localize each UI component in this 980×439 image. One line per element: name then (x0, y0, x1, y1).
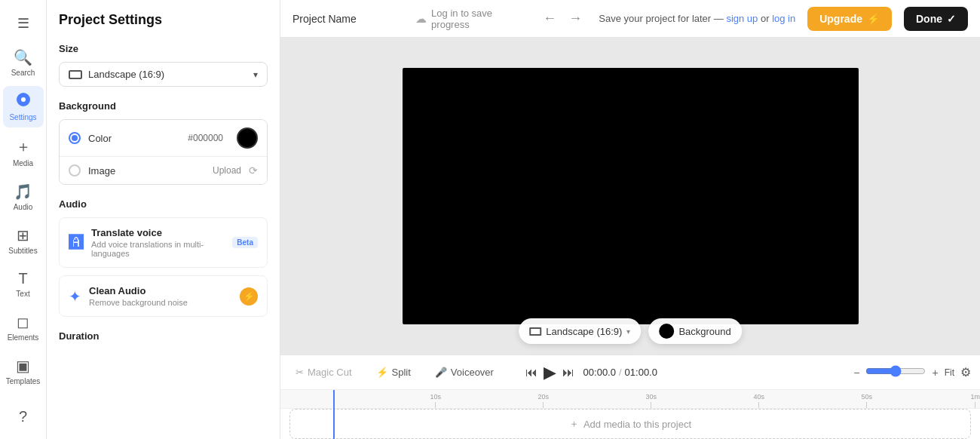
media-icon: ＋ (16, 137, 31, 157)
timeline-settings-button[interactable]: ⚙ (960, 365, 971, 379)
save-notice-text: Log in to save progress (431, 8, 514, 30)
play-button[interactable]: ▶ (544, 363, 556, 382)
size-dropdown-arrow: ▾ (253, 69, 258, 80)
sidebar-item-audio[interactable]: 🎵 Audio (3, 177, 44, 217)
elements-icon: ◻ (17, 313, 29, 331)
sidebar-item-templates[interactable]: ▣ Templates (3, 351, 44, 391)
done-button[interactable]: Done ✓ (904, 7, 968, 31)
undo-redo-group: ← → (538, 8, 586, 29)
size-value: Landscape (16:9) (88, 69, 164, 80)
add-media-area[interactable]: ＋ Add media to this project (289, 409, 971, 439)
background-pill[interactable]: Background (648, 318, 741, 344)
svg-point-1 (21, 97, 26, 102)
timeline-ruler: 10s20s30s40s50s1m (280, 390, 980, 409)
clean-audio-desc: Remove background noise (89, 298, 232, 307)
sidebar-item-search[interactable]: 🔍 Search (3, 42, 44, 83)
time-display: 00:00.0 / 01:00.0 (583, 367, 657, 378)
upload-button[interactable]: Upload (213, 165, 241, 176)
add-media-label: Add media to this project (583, 419, 691, 430)
save-hint: Save your project for later — sign up or… (599, 13, 795, 24)
sidebar-item-elements[interactable]: ◻ Elements (3, 307, 44, 348)
subtitles-icon: ⊞ (17, 226, 29, 244)
landscape-chevron-icon: ▾ (626, 327, 630, 336)
icon-sidebar: ☰ 🔍 Search Settings ＋ Media 🎵 Audio ⊞ Su… (0, 0, 47, 439)
help-icon: ? (19, 408, 27, 425)
audio-icon: 🎵 (14, 183, 32, 201)
zoom-slider[interactable] (865, 365, 926, 377)
magic-cut-button[interactable]: ✂ Magic Cut (289, 364, 358, 381)
clean-audio-title: Clean Audio (89, 285, 232, 296)
clean-audio-card[interactable]: ✦ Clean Audio Remove background noise ⚡ (59, 275, 268, 317)
upgrade-label: Upgrade (819, 13, 862, 25)
sidebar-label-audio: Audio (14, 203, 33, 211)
timeline-needle (333, 390, 335, 439)
landscape-pill-label: Landscape (16:9) (546, 326, 622, 337)
background-pill-circle (659, 324, 674, 339)
sidebar-item-help[interactable]: ? (3, 402, 44, 431)
translate-voice-icon: 🅰 (69, 234, 84, 251)
bg-image-option[interactable]: Image Upload ⟳ (60, 157, 267, 184)
project-name-input[interactable] (292, 13, 403, 25)
preview-area: Landscape (16:9) ▾ Background (280, 38, 980, 355)
time-separator: / (619, 367, 622, 378)
bg-color-radio[interactable] (69, 132, 81, 144)
save-hint-or: or (758, 13, 772, 24)
total-time: 01:00.0 (625, 367, 657, 378)
landscape-pill[interactable]: Landscape (16:9) ▾ (519, 318, 641, 344)
timeline-center-controls: ⏮ ▶ ⏭ 00:00.0 / 01:00.0 (512, 363, 671, 382)
landscape-icon (69, 70, 82, 79)
login-link[interactable]: log in (772, 13, 795, 24)
main-content: ☁ Log in to save progress ← → Save your … (280, 0, 980, 439)
fit-button[interactable]: Fit (945, 367, 954, 378)
bg-image-label: Image (88, 165, 205, 177)
color-swatch-button[interactable] (237, 127, 258, 149)
background-pill-label: Background (678, 326, 730, 337)
radio-inner (72, 135, 78, 141)
sidebar-item-settings[interactable]: Settings (3, 86, 44, 127)
plus-icon: ＋ (569, 417, 579, 431)
signup-link[interactable]: sign up (726, 13, 758, 24)
sidebar-label-search: Search (11, 69, 35, 77)
zoom-in-button[interactable]: + (932, 367, 938, 379)
sidebar-item-media[interactable]: ＋ Media (3, 130, 44, 173)
playback-buttons: ⏮ ▶ ⏭ (525, 363, 574, 382)
upgrade-button[interactable]: Upgrade ⚡ (807, 7, 892, 31)
search-icon: 🔍 (14, 48, 32, 66)
magic-cut-icon: ✂ (296, 367, 304, 378)
translate-voice-info: Translate voice Add voice translations i… (91, 227, 225, 258)
redo-button[interactable]: → (564, 8, 586, 29)
sidebar-label-templates: Templates (6, 377, 41, 385)
landscape-pill-icon (529, 327, 541, 336)
translate-voice-desc: Add voice translations in multi-language… (91, 240, 225, 258)
hamburger-menu[interactable]: ☰ (10, 8, 37, 39)
settings-panel: Project Settings Size Landscape (16:9) ▾… (47, 0, 280, 439)
bg-image-radio[interactable] (69, 164, 81, 177)
split-button[interactable]: ⚡ Split (370, 364, 417, 381)
zoom-out-button[interactable]: − (853, 367, 859, 379)
zoom-slider-wrap (865, 365, 926, 380)
clean-audio-icon: ✦ (69, 287, 81, 305)
size-dropdown[interactable]: Landscape (16:9) ▾ (59, 62, 268, 87)
top-bar: ☁ Log in to save progress ← → Save your … (280, 0, 980, 38)
panel-title: Project Settings (59, 12, 268, 28)
background-section-label: Background (59, 100, 268, 112)
sidebar-item-subtitles[interactable]: ⊞ Subtitles (3, 220, 44, 261)
sidebar-label-elements: Elements (8, 333, 39, 342)
timeline-right-controls: − + Fit ⚙ (853, 365, 971, 380)
bg-color-option[interactable]: Color #000000 (60, 120, 267, 157)
voiceover-button[interactable]: 🎤 Voiceover (429, 364, 500, 381)
timeline-content[interactable]: ＋ Add media to this project (280, 409, 980, 439)
translate-voice-card[interactable]: 🅰 Translate voice Add voice translations… (59, 217, 268, 268)
undo-button[interactable]: ← (538, 8, 561, 29)
preview-bottom-bar: Landscape (16:9) ▾ Background (519, 318, 742, 344)
voiceover-icon: 🎤 (435, 367, 447, 378)
skip-forward-button[interactable]: ⏭ (562, 366, 574, 379)
save-hint-prefix: Save your project for later — (599, 13, 726, 24)
beta-badge: Beta (232, 237, 258, 248)
audio-cards: 🅰 Translate voice Add voice translations… (59, 217, 268, 317)
size-dropdown-left: Landscape (16:9) (69, 69, 164, 80)
timeline-toolbar: ✂ Magic Cut ⚡ Split 🎤 Voiceover ⏮ ▶ ⏭ (280, 355, 980, 390)
sidebar-item-text[interactable]: T Text (3, 264, 44, 304)
skip-back-button[interactable]: ⏮ (525, 366, 537, 379)
sidebar-label-settings: Settings (9, 113, 36, 121)
